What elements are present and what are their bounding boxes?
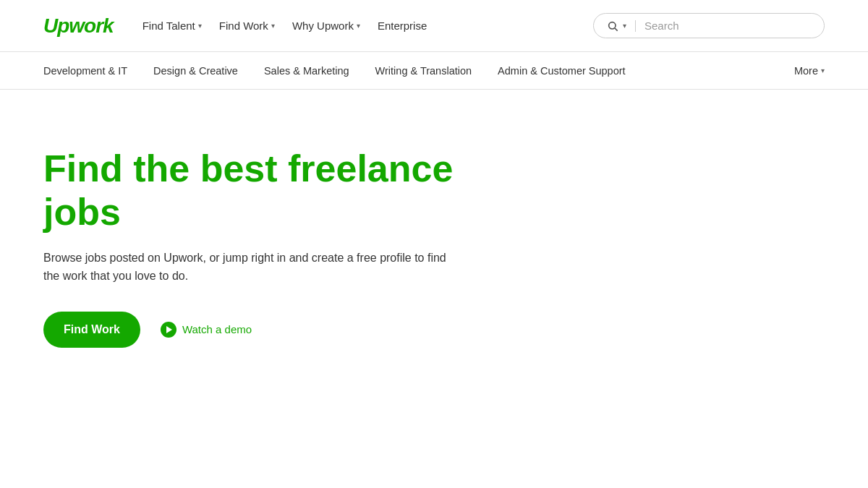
category-writing-translation[interactable]: Writing & Translation	[375, 62, 472, 80]
why-upwork-label: Why Upwork	[292, 20, 354, 32]
hero-subtitle: Browse jobs posted on Upwork, or jump ri…	[43, 249, 463, 286]
enterprise-label: Enterprise	[378, 20, 427, 32]
category-development-it[interactable]: Development & IT	[43, 62, 127, 80]
find-work-button[interactable]: Find Work	[43, 312, 140, 348]
find-work-link[interactable]: Find Work ▾	[219, 20, 275, 32]
find-talent-link[interactable]: Find Talent ▾	[142, 20, 202, 32]
svg-line-1	[615, 28, 618, 31]
watch-demo-label: Watch a demo	[182, 323, 252, 335]
category-design-creative[interactable]: Design & Creative	[153, 62, 238, 80]
category-more[interactable]: More ▾	[794, 65, 825, 77]
search-icon	[607, 20, 618, 32]
watch-demo-link[interactable]: Watch a demo	[161, 322, 252, 338]
hero-actions: Find Work Watch a demo	[43, 312, 463, 348]
more-chevron-icon: ▾	[821, 67, 825, 74]
search-divider	[635, 20, 636, 32]
play-triangle-icon	[166, 326, 172, 333]
why-upwork-link[interactable]: Why Upwork ▾	[292, 20, 360, 32]
find-talent-label: Find Talent	[142, 20, 195, 32]
svg-point-0	[609, 22, 616, 28]
find-work-chevron-icon: ▾	[271, 22, 275, 30]
search-filter-chevron-icon: ▾	[623, 22, 626, 30]
find-work-label: Find Work	[219, 20, 268, 32]
why-upwork-chevron-icon: ▾	[357, 22, 360, 30]
category-navigation: Development & IT Design & Creative Sales…	[0, 52, 868, 90]
upwork-logo[interactable]: Upwork	[43, 14, 114, 38]
play-icon	[161, 322, 176, 338]
category-admin-customer-support[interactable]: Admin & Customer Support	[498, 62, 626, 80]
top-navigation: Upwork Find Talent ▾ Find Work ▾ Why Upw…	[0, 0, 868, 52]
hero-title: Find the best freelance jobs	[43, 147, 463, 234]
hero-section: Find the best freelance jobs Browse jobs…	[0, 90, 506, 391]
search-input[interactable]	[644, 20, 804, 32]
search-bar[interactable]: ▾	[593, 13, 825, 38]
search-filter-area: ▾	[607, 20, 626, 32]
more-label: More	[794, 65, 818, 77]
find-talent-chevron-icon: ▾	[198, 22, 202, 30]
nav-links: Find Talent ▾ Find Work ▾ Why Upwork ▾ E…	[142, 20, 570, 32]
enterprise-link[interactable]: Enterprise	[378, 20, 427, 32]
category-sales-marketing[interactable]: Sales & Marketing	[264, 62, 349, 80]
